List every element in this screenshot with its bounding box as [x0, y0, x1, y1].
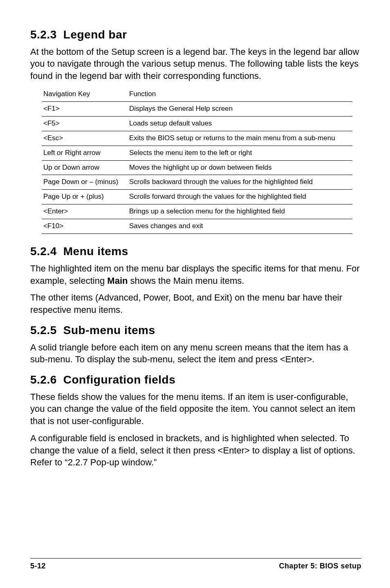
table-header-function: Function [128, 87, 352, 101]
table-cell-func: Brings up a selection menu for the highl… [128, 204, 352, 219]
legend-bar-paragraph: At the bottom of the Setup screen is a l… [30, 46, 361, 82]
table-cell-key: Page Down or – (minus) [42, 175, 128, 190]
heading-number: 5.2.5 [30, 324, 57, 337]
page-footer: 5-12 Chapter 5: BIOS setup [30, 558, 361, 571]
heading-number: 5.2.3 [30, 28, 57, 41]
table-cell-func: Saves changes and exit [128, 219, 352, 234]
config-fields-paragraph-1: These fields show the values for the men… [30, 391, 361, 427]
table-cell-key: Left or Right arrow [42, 146, 128, 160]
table-cell-func: Moves the highlight up or down between f… [128, 160, 352, 175]
table-row: <Enter>Brings up a selection menu for th… [42, 204, 352, 219]
table-row: Page Down or – (minus)Scrolls backward t… [42, 175, 352, 190]
table-cell-func: Scrolls forward through the values for t… [128, 190, 352, 204]
table-row: <F10>Saves changes and exit [42, 219, 352, 234]
table-cell-key: Up or Down arrow [42, 160, 128, 175]
heading-number: 5.2.4 [30, 245, 57, 258]
sub-menu-paragraph: A solid triangle before each item on any… [30, 341, 361, 366]
table-cell-key: Page Up or + (plus) [42, 190, 128, 204]
table-cell-func: Scrolls backward through the values for … [128, 175, 352, 190]
text-part: shows the Main menu items. [128, 276, 244, 286]
table-cell-key: <F10> [42, 219, 128, 234]
text-bold-main: Main [107, 276, 128, 286]
heading-menu-items: 5.2.4Menu items [30, 244, 361, 259]
heading-sub-menu-items: 5.2.5Sub-menu items [30, 323, 361, 338]
heading-title: Sub-menu items [63, 324, 155, 337]
table-row: <F5>Loads setup default values [42, 116, 352, 131]
table-row: Up or Down arrowMoves the highlight up o… [42, 160, 352, 175]
table-cell-key: <F1> [42, 101, 128, 116]
menu-items-paragraph-2: The other items (Advanced, Power, Boot, … [30, 292, 361, 316]
table-row: Page Up or + (plus)Scrolls forward throu… [42, 190, 352, 204]
heading-configuration-fields: 5.2.6Configuration fields [30, 372, 361, 388]
config-fields-paragraph-2: A configurable field is enclosed in brac… [30, 432, 361, 469]
heading-number: 5.2.6 [30, 373, 57, 386]
table-row: <F1>Displays the General Help screen [42, 101, 352, 116]
table-cell-func: Loads setup default values [128, 116, 352, 131]
table-header-key: Navigation Key [42, 87, 128, 101]
table-cell-key: <Esc> [42, 131, 128, 146]
table-cell-key: <Enter> [42, 204, 128, 219]
table-cell-func: Exits the BIOS setup or returns to the m… [128, 131, 352, 146]
chapter-label: Chapter 5: BIOS setup [279, 561, 361, 571]
heading-title: Configuration fields [63, 373, 175, 386]
table-row: Left or Right arrowSelects the menu item… [42, 146, 352, 160]
legend-bar-table: Navigation Key Function <F1>Displays the… [42, 87, 352, 234]
table-cell-func: Selects the menu item to the left or rig… [128, 146, 352, 160]
table-row: <Esc>Exits the BIOS setup or returns to … [42, 131, 352, 146]
heading-legend-bar: 5.2.3Legend bar [30, 27, 361, 43]
heading-title: Legend bar [63, 28, 127, 41]
menu-items-paragraph-1: The highlighted item on the menu bar dis… [30, 263, 361, 287]
table-cell-func: Displays the General Help screen [128, 101, 352, 116]
heading-title: Menu items [63, 245, 128, 258]
page-number: 5-12 [30, 561, 46, 571]
table-cell-key: <F5> [42, 116, 128, 131]
